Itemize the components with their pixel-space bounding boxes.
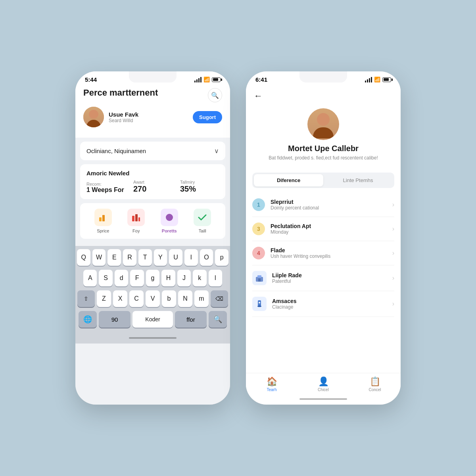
key-c[interactable]: C (129, 290, 144, 307)
phone-right-content: 6:41 📶 ← M (246, 71, 401, 405)
nav-chicel-label: Chicel (318, 388, 329, 392)
key-num[interactable]: 90 (99, 311, 131, 328)
keyboard-row-1: Q W E R T Y U I O p (77, 249, 228, 266)
key-w[interactable]: W (92, 249, 106, 266)
time-right: 6:41 (255, 76, 267, 83)
list-item-sub-1: Dointy percent cational (271, 205, 387, 211)
key-s[interactable]: S (99, 270, 112, 286)
key-m[interactable]: m (194, 290, 209, 307)
chevron-right-icon-1: › (392, 201, 394, 208)
stat-recom: Recom: 1 Weeps For (86, 182, 125, 194)
foy-icon (127, 209, 145, 226)
time-left: 5:44 (85, 76, 97, 83)
chevron-right-icon-4: › (392, 250, 394, 257)
key-l[interactable]: l (209, 270, 222, 286)
list-item-liiple[interactable]: Liiple Rade Patentful › (252, 265, 394, 291)
profile-name: Mortet Upe Callebr (288, 144, 359, 153)
key-q[interactable]: Q (77, 249, 90, 266)
keyboard-row-3: ⇧ Z X C V b N m ⌫ (77, 290, 228, 307)
signal-icon-right (365, 77, 372, 83)
list-item-title-amsaces: Amsaces (272, 298, 387, 304)
key-h[interactable]: H (161, 270, 175, 286)
key-f[interactable]: F (130, 270, 144, 286)
key-r[interactable]: R (123, 249, 136, 266)
home-icon: 🏠 (267, 376, 277, 387)
phone-right: 6:41 📶 ← M (246, 71, 401, 405)
dropdown[interactable]: Oclinianc, Niquinamen ∨ (80, 142, 225, 160)
key-a[interactable]: A (83, 270, 97, 286)
screen-title: Perce martternent (83, 88, 158, 98)
key-n[interactable]: N (178, 290, 192, 307)
list-item-sub-4: Ush haver Writing convepilis (271, 253, 387, 259)
phone-notch (129, 71, 177, 83)
key-return[interactable]: ffor (175, 311, 207, 328)
list-item-title-3: Peclutation Apt (271, 223, 387, 229)
chevron-right-icon-amsaces: › (392, 300, 394, 307)
key-y[interactable]: Y (154, 249, 167, 266)
sprice-label: Sprice (97, 228, 109, 233)
stat-tallmiry-value: 35% (180, 184, 219, 194)
home-indicator-left (75, 332, 230, 344)
search-button[interactable]: 🔍 (208, 88, 222, 102)
tab-linte[interactable]: Linte Ptemhs (323, 174, 393, 186)
key-d[interactable]: d (115, 270, 128, 286)
wifi-icon: 📶 (203, 77, 210, 83)
key-search[interactable]: 🔍 (209, 311, 227, 328)
key-e[interactable]: E (107, 249, 121, 266)
support-button[interactable]: Sugort (193, 111, 222, 123)
key-o[interactable]: O (200, 249, 213, 266)
status-icons-left: 📶 (194, 77, 221, 83)
key-space[interactable]: Koder (132, 311, 173, 328)
key-x[interactable]: X (113, 290, 127, 307)
svg-point-10 (257, 305, 261, 307)
user-info: Usue Favk Seard Willd (109, 111, 188, 123)
icon-sprice[interactable]: Sprice (94, 209, 112, 233)
key-globe[interactable]: 🌐 (79, 311, 97, 328)
title-row: Perce martternent 🔍 (83, 88, 222, 103)
list-text-4: Flade Ush haver Writing convepilis (271, 247, 387, 259)
phone-notch-right (299, 71, 347, 83)
key-v[interactable]: V (146, 290, 160, 307)
list-item-4[interactable]: 4 Flade Ush haver Writing convepilis › (252, 241, 394, 265)
svg-rect-0 (99, 217, 102, 221)
chevron-right-icon-liiple: › (392, 274, 394, 282)
tab-diference[interactable]: Diference (254, 174, 323, 186)
stat-awart-value: 270 (133, 184, 172, 194)
back-button[interactable]: ← (254, 88, 393, 104)
list-item-1[interactable]: 1 Sleprriut Dointy percent cational › (252, 193, 394, 217)
key-g[interactable]: g (146, 270, 159, 286)
stat-tallmiry-label: Tallmiry (180, 180, 219, 184)
phone-left-content: 5:44 📶 Perce martternent 🔍 (75, 71, 230, 405)
user-subtitle: Seard Willd (109, 118, 188, 123)
key-delete[interactable]: ⌫ (211, 290, 228, 307)
key-shift[interactable]: ⇧ (77, 290, 95, 307)
key-p[interactable]: p (215, 249, 228, 266)
battery-icon (212, 77, 221, 82)
list-item-amsaces[interactable]: Amsaces Clacinage › (252, 291, 394, 317)
key-b[interactable]: b (162, 290, 176, 307)
icon-taill[interactable]: Taill (194, 209, 211, 233)
list-num-1: 1 (252, 198, 265, 211)
key-u[interactable]: U (169, 249, 182, 266)
icon-poretts[interactable]: Poretts (161, 209, 178, 233)
icon-foy[interactable]: Foy (127, 209, 145, 233)
nav-concel[interactable]: 📋 Concel (349, 376, 401, 392)
nav-tearh[interactable]: 🏠 Tearh (246, 376, 298, 392)
taill-label: Taill (199, 228, 206, 233)
svg-point-5 (166, 214, 173, 221)
key-i[interactable]: I (184, 249, 198, 266)
key-z[interactable]: Z (97, 290, 111, 307)
svg-point-11 (259, 302, 260, 303)
nav-chicel[interactable]: 👤 Chicel (298, 376, 349, 392)
list-num-4: 4 (252, 247, 265, 259)
key-k[interactable]: k (193, 270, 206, 286)
list-container: 1 Sleprriut Dointy percent cational › 3 … (246, 193, 401, 373)
stat-awart-label: Awart (133, 180, 172, 184)
keyboard-row-2: A S d F g H J k l (77, 270, 228, 286)
list-text-liiple: Liiple Rade Patentful (272, 272, 387, 284)
tabs-row: Diference Linte Ptemhs (252, 173, 394, 188)
key-j[interactable]: J (177, 270, 191, 286)
list-item-3[interactable]: 3 Peclutation Apt Mlonday › (252, 217, 394, 241)
key-t[interactable]: T (138, 249, 152, 266)
home-indicator-right (246, 393, 401, 405)
